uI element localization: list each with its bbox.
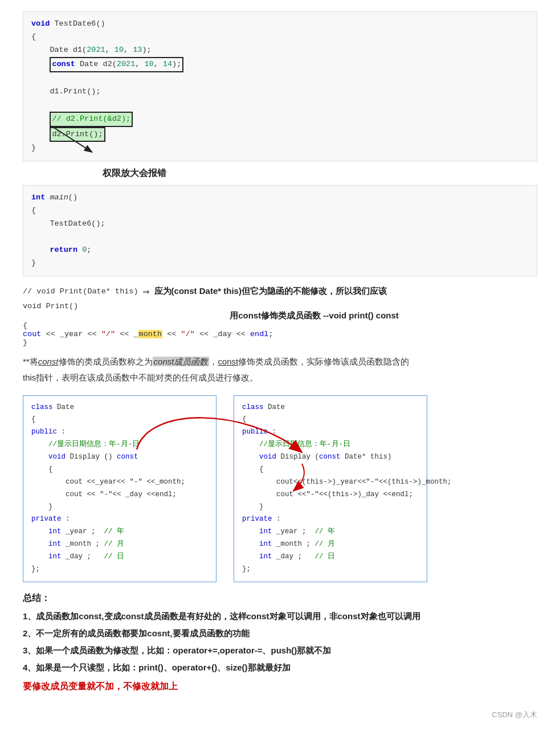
code-brace-close: } — [23, 338, 537, 347]
annotation-text: 权限放大会报错 — [103, 166, 166, 181]
summary-item-4: 4、如果是一个只读型，比如：print()、operator+()、size()… — [23, 659, 537, 676]
code-line: d2.Print(); — [31, 127, 529, 142]
watermark: CSDN @入木 — [23, 710, 537, 720]
summary-red-text: 要修改成员变量就不加，不修改就加上 — [23, 681, 537, 693]
code-line: TestDate6(); — [31, 218, 529, 231]
code-line — [31, 99, 529, 112]
code-line: Date d1(2021, 10, 13); — [31, 44, 529, 57]
code-block-2: int main() { TestDate6(); return 0; } — [23, 185, 537, 276]
code-snippet: // void Print(Date* this) — [23, 287, 138, 296]
summary-item-3: 3、如果一个成员函数为修改型，比如：operator+=,operator-=、… — [23, 642, 537, 659]
code-line: } — [31, 257, 529, 270]
code-brace-open: { — [23, 321, 537, 330]
code-line: int main() — [31, 191, 529, 205]
summary-item-2: 2、不一定所有的成员函数都要加cosnt,要看成员函数的功能 — [23, 625, 537, 642]
double-arrow: ⇒ — [143, 284, 150, 299]
arrow-annotation-section: // void Print(Date* this) ⇒ 应为(const Dat… — [23, 284, 537, 347]
annotation-center: 用const修饰类成员函数 --void print() const — [91, 310, 537, 321]
code-line: d1.Print(); — [31, 85, 529, 99]
code-line — [31, 72, 529, 85]
code-cout: cout << _year << "/" << _month << "/" <<… — [23, 330, 537, 338]
paragraph-1: **将const修饰的类成员函数称之为const成员函数，const修饰类成员函… — [23, 354, 537, 386]
diagram-right-code: class Date { public : //显示日期信息：年-月-日 voi… — [242, 402, 419, 576]
summary-section: 总结： 1、成员函数加const,变成const成员函数是有好处的，这样cons… — [23, 592, 537, 693]
summary-title: 总结： — [23, 592, 537, 604]
annotation-block: 权限放大会报错 — [103, 166, 537, 181]
code-line-highlight: const Date d2(2021, 10, 14); — [31, 57, 529, 72]
code-line: void TestDate6() — [31, 18, 529, 31]
summary-item-1: 1、成员函数加const,变成const成员函数是有好处的，这样const对象可… — [23, 608, 537, 625]
code-print-line: void Print() — [23, 302, 537, 310]
diagram-right: class Date { public : //显示日期信息：年-月-日 voi… — [234, 395, 427, 582]
code-line: // d2.Print(&d2); — [31, 112, 529, 127]
diagram-left: class Date { public : //显示日期信息：年-月-日 voi… — [23, 395, 216, 582]
arrow-svg — [34, 120, 103, 154]
code-line — [31, 231, 529, 244]
inline-arrow-1: // void Print(Date* this) ⇒ 应为(const Dat… — [23, 284, 537, 299]
code-line: { — [31, 205, 529, 218]
code-line: return 0; — [31, 244, 529, 257]
svg-line-0 — [51, 126, 91, 152]
diagram-section: class Date { public : //显示日期信息：年-月-日 voi… — [23, 395, 537, 582]
annotation-right: 应为(const Date* this)但它为隐函的不能修改，所以我们应该 — [154, 286, 387, 297]
diagram-left-code: class Date { public : //显示日期信息：年-月-日 voi… — [31, 402, 208, 576]
code-line: } — [31, 142, 529, 155]
code-line: { — [31, 31, 529, 44]
